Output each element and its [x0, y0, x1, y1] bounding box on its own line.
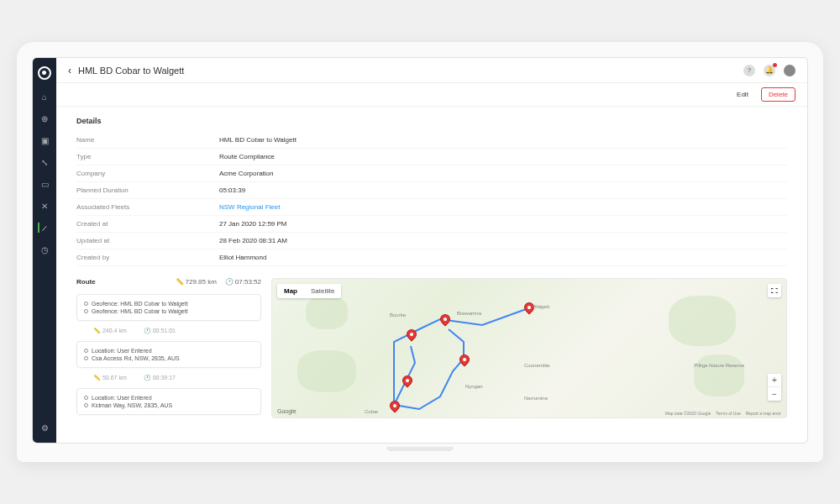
waypoint-line: Location: User Entered	[84, 347, 254, 354]
zoom-out-button[interactable]: −	[768, 387, 781, 401]
waypoint-dot-icon	[84, 403, 88, 407]
waypoint-dot-icon	[84, 309, 88, 313]
map-place-label: Brewarrina	[457, 311, 481, 316]
waypoint-line: Csa Access Rd, NSW, 2835, AUS	[84, 354, 254, 362]
route-duration: 🕐 07:53:52	[225, 278, 261, 286]
map-place-label: Cobar	[365, 409, 378, 414]
route-section: Route 📏 729.85 km 🕐 07:53:52 Geofence: H…	[76, 278, 787, 418]
detail-row: Associated FleetsNSW Regional Fleet	[76, 199, 787, 216]
map-place-label: Narromine	[524, 396, 548, 401]
map-place-label: Coonamble	[524, 363, 550, 368]
detail-value[interactable]: NSW Regional Fleet	[219, 203, 280, 211]
detail-label: Planned Duration	[76, 186, 219, 194]
zoom-in-button[interactable]: +	[768, 374, 781, 387]
edit-button[interactable]: Edit	[729, 87, 756, 102]
waypoint-line: Kidman Way, NSW, 2835, AUS	[84, 402, 254, 409]
detail-label: Created by	[76, 254, 219, 261]
waypoint-line: Geofence: HML BD Cobar to Walgett	[84, 307, 254, 315]
zoom-control: + −	[768, 374, 781, 401]
back-icon[interactable]: ‹	[68, 65, 71, 76]
detail-row: TypeRoute Compliance	[76, 149, 787, 165]
detail-label: Updated at	[76, 237, 219, 244]
detail-row: Created byElliot Hammond	[76, 249, 787, 266]
detail-row: Created at27 Jan 2020 12:59 PM	[76, 216, 787, 233]
map-place-label: Walgett	[533, 304, 549, 309]
detail-row: Updated at28 Feb 2020 08:31 AM	[76, 233, 787, 249]
waypoint-dot-icon	[84, 356, 88, 360]
avatar[interactable]	[784, 65, 795, 76]
app-logo-icon[interactable]	[38, 66, 51, 80]
waypoint-dot-icon	[84, 349, 88, 353]
detail-row: NameHML BD Cobar to Walgett	[76, 132, 787, 149]
detail-label: Created at	[76, 220, 219, 228]
tools-icon[interactable]: ✕	[39, 201, 50, 211]
waypoint-dot-icon	[84, 302, 88, 306]
document-icon[interactable]: ▭	[39, 179, 50, 189]
delete-button[interactable]: Delete	[761, 87, 795, 102]
content-area: Details NameHML BD Cobar to WalgettTypeR…	[56, 107, 807, 443]
detail-label: Associated Fleets	[76, 203, 219, 211]
routes-icon[interactable]: ⟋	[38, 223, 48, 233]
settings-icon[interactable]: ⚙	[39, 423, 50, 433]
dashboard-icon[interactable]: ◷	[39, 244, 50, 255]
detail-value: 27 Jan 2020 12:59 PM	[219, 220, 287, 228]
notifications-icon[interactable]: 🔔	[764, 65, 775, 76]
waypoint-card[interactable]: Location: User EnteredKidman Way, NSW, 2…	[76, 388, 261, 415]
detail-value: HML BD Cobar to Walgett	[219, 136, 297, 144]
map-canvas[interactable]: Bourke Brewarrina Walgett Coonamble Nyng…	[271, 278, 787, 418]
waypoint-line: Geofence: HML BD Cobar to Walgett	[84, 300, 254, 307]
map-type-toggle: Map Satellite	[277, 284, 341, 298]
waypoint-dot-icon	[84, 396, 88, 400]
waypoint-card[interactable]: Geofence: HML BD Cobar to WalgettGeofenc…	[76, 294, 261, 321]
map-tab-map[interactable]: Map	[277, 284, 304, 298]
topbar: ‹ HML BD Cobar to Walgett ? 🔔	[56, 58, 807, 83]
detail-label: Name	[76, 136, 219, 144]
waypoint-card[interactable]: Location: User EnteredCsa Access Rd, NSW…	[76, 341, 261, 368]
detail-value: Acme Corporation	[219, 170, 273, 177]
detail-label: Company	[76, 170, 219, 177]
laptop-frame: ⌂ ⊕ ▣ ⤡ ▭ ✕ ⟋ ◷ ⚙ ‹ HML BD Cobar to Walg…	[17, 42, 823, 462]
route-segment: 📏 240.4 km🕐 00:51:01	[76, 324, 261, 338]
waypoint-line: Location: User Entered	[84, 394, 254, 402]
detail-value: 28 Feb 2020 08:31 AM	[219, 237, 287, 244]
page-title: HML BD Cobar to Walgett	[78, 66, 184, 76]
details-section: Details NameHML BD Cobar to WalgettTypeR…	[76, 117, 787, 266]
globe-icon[interactable]: ⊕	[39, 113, 50, 123]
map-place-label: Pilliga Nature Reserve	[694, 363, 744, 368]
vehicles-icon[interactable]: ▣	[39, 135, 50, 145]
home-icon[interactable]: ⌂	[39, 92, 50, 102]
google-logo: Google	[277, 408, 297, 414]
route-distance: 📏 729.85 km	[176, 278, 217, 286]
detail-value: Route Compliance	[219, 153, 275, 160]
sidebar-nav: ⌂ ⊕ ▣ ⤡ ▭ ✕ ⟋ ◷ ⚙	[33, 58, 56, 443]
map-attribution: Map data ©2020 Google Terms of Use Repor…	[665, 411, 781, 416]
chart-icon[interactable]: ⤡	[39, 157, 50, 167]
route-segment: 📏 50.67 km🕐 00:39:17	[76, 371, 261, 385]
map-place-label: Bourke	[390, 312, 406, 318]
route-heading: Route	[76, 278, 96, 286]
detail-label: Type	[76, 153, 219, 160]
detail-row: CompanyAcme Corporation	[76, 165, 787, 182]
details-heading: Details	[76, 117, 787, 125]
main-content: ‹ HML BD Cobar to Walgett ? 🔔 Edit Delet…	[56, 58, 807, 443]
action-bar: Edit Delete	[56, 83, 807, 107]
laptop-notch	[386, 447, 454, 451]
map-tab-satellite[interactable]: Satellite	[304, 284, 341, 298]
detail-value: 05:03:39	[219, 186, 245, 194]
route-panel: Route 📏 729.85 km 🕐 07:53:52 Geofence: H…	[76, 278, 261, 418]
map-place-label: Nyngan	[465, 384, 483, 389]
fullscreen-icon[interactable]: ⛶	[768, 284, 781, 297]
detail-value: Elliot Hammond	[219, 254, 266, 261]
help-icon[interactable]: ?	[743, 65, 755, 76]
detail-row: Planned Duration05:03:39	[76, 182, 787, 199]
app-screen: ⌂ ⊕ ▣ ⤡ ▭ ✕ ⟋ ◷ ⚙ ‹ HML BD Cobar to Walg…	[32, 57, 808, 444]
